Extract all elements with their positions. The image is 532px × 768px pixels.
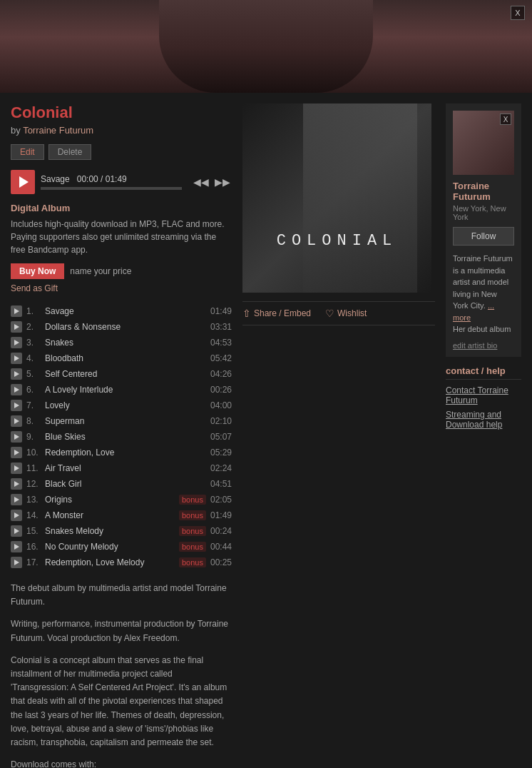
download-help-link[interactable]: Streaming and Download help bbox=[446, 410, 521, 430]
track-item-4: 4. Bloodbath 05:42 bbox=[11, 350, 232, 366]
track-play-5[interactable] bbox=[11, 368, 22, 380]
track-number-9: 9. bbox=[26, 432, 41, 442]
track-item-16: 16. No Country Melody bonus 00:44 bbox=[11, 539, 232, 555]
share-button[interactable]: ⇧ Share / Embed bbox=[242, 308, 311, 319]
contact-artist-link[interactable]: Contact Torraine Futurum bbox=[446, 385, 521, 405]
track-name-1: Savage bbox=[45, 306, 206, 316]
track-duration-1: 01:49 bbox=[210, 306, 232, 316]
track-item-15: 15. Snakes Melody bonus 00:24 bbox=[11, 523, 232, 539]
track-play-14[interactable] bbox=[11, 510, 22, 521]
artist-location: New York, New York bbox=[453, 204, 514, 221]
track-number-8: 8. bbox=[26, 416, 41, 426]
track-duration-3: 04:53 bbox=[210, 338, 232, 348]
track-play-9[interactable] bbox=[11, 431, 22, 443]
track-play-6[interactable] bbox=[11, 384, 22, 395]
heart-icon: ♡ bbox=[325, 308, 334, 319]
ad-close-btn[interactable]: X bbox=[511, 6, 525, 20]
track-duration-16: 00:44 bbox=[210, 542, 232, 552]
artist-link[interactable]: Torraine Futurum bbox=[23, 125, 93, 136]
track-duration-10: 05:29 bbox=[210, 448, 232, 458]
track-number-12: 12. bbox=[26, 479, 41, 489]
track-number-4: 4. bbox=[26, 353, 41, 363]
album-title: Colonial bbox=[11, 103, 232, 122]
track-play-3[interactable] bbox=[11, 337, 22, 348]
track-duration-2: 03:31 bbox=[210, 322, 232, 332]
album-by: by Torraine Futurum bbox=[11, 125, 232, 136]
track-play-13[interactable] bbox=[11, 494, 22, 505]
player-time-total: 01:49 bbox=[106, 174, 127, 184]
track-play-1[interactable] bbox=[11, 305, 22, 317]
track-play-15[interactable] bbox=[11, 525, 22, 537]
track-name-8: Superman bbox=[45, 416, 206, 426]
album-art-inner: COLONIAL bbox=[242, 103, 431, 293]
track-play-16[interactable] bbox=[11, 541, 22, 552]
digital-album-desc: Includes high-quality download in MP3, F… bbox=[11, 218, 232, 256]
contact-heading: contact / help bbox=[446, 365, 521, 380]
track-name-4: Bloodbath bbox=[45, 353, 206, 363]
track-duration-13: 02:05 bbox=[210, 495, 232, 505]
share-wishlist-row: ⇧ Share / Embed ♡ Wishlist bbox=[242, 301, 435, 325]
follow-button[interactable]: Follow bbox=[453, 227, 514, 246]
artist-card: X Torraine Futurum New York, New York Fo… bbox=[446, 103, 521, 357]
track-play-7[interactable] bbox=[11, 400, 22, 411]
progress-bar[interactable] bbox=[41, 187, 182, 190]
track-duration-14: 01:49 bbox=[210, 510, 232, 520]
track-number-10: 10. bbox=[26, 448, 41, 458]
track-play-2[interactable] bbox=[11, 321, 22, 333]
prev-button[interactable]: ◀◀ bbox=[192, 175, 210, 189]
track-play-4[interactable] bbox=[11, 353, 22, 364]
digital-album-label: Digital Album bbox=[11, 203, 232, 213]
by-label: by bbox=[11, 125, 21, 136]
track-bonus-17: bonus bbox=[179, 557, 206, 567]
track-number-13: 13. bbox=[26, 495, 41, 505]
player-track-name: Savage 00:00 / 01:49 bbox=[41, 174, 182, 184]
track-number-7: 7. bbox=[26, 400, 41, 410]
player-time: 00:00 / 01:49 bbox=[77, 174, 127, 184]
next-button[interactable]: ▶▶ bbox=[213, 175, 232, 189]
track-play-12[interactable] bbox=[11, 478, 22, 490]
artist-close-button[interactable]: X bbox=[500, 113, 511, 125]
artist-bio: Torraine Futurum is a multimedia artist … bbox=[453, 253, 514, 335]
middle-column: COLONIAL ⇧ Share / Embed ♡ Wishlist bbox=[242, 103, 435, 768]
album-art: COLONIAL bbox=[242, 103, 431, 293]
track-number-14: 14. bbox=[26, 510, 41, 520]
artist-bio-detail: Her debut album bbox=[453, 325, 511, 333]
track-duration-11: 02:24 bbox=[210, 463, 232, 473]
track-name-16: No Country Melody bbox=[45, 542, 172, 552]
track-name-6: A Lovely Interlude bbox=[45, 385, 206, 395]
track-number-11: 11. bbox=[26, 463, 41, 473]
track-number-16: 16. bbox=[26, 542, 41, 552]
send-gift-link[interactable]: Send as Gift bbox=[11, 283, 232, 293]
player-info: Savage 00:00 / 01:49 bbox=[41, 174, 182, 190]
track-play-11[interactable] bbox=[11, 463, 22, 474]
wishlist-button[interactable]: ♡ Wishlist bbox=[325, 308, 367, 319]
buy-now-button[interactable]: Buy Now bbox=[11, 263, 64, 279]
wishlist-label: Wishlist bbox=[337, 308, 367, 318]
contact-help: contact / help Contact Torraine Futurum … bbox=[446, 365, 521, 430]
left-column: Colonial by Torraine Futurum Edit Delete… bbox=[11, 103, 232, 768]
track-item-1: 1. Savage 01:49 bbox=[11, 303, 232, 319]
track-number-17: 17. bbox=[26, 557, 41, 567]
track-duration-5: 04:26 bbox=[210, 369, 232, 379]
track-play-10[interactable] bbox=[11, 447, 22, 458]
track-duration-8: 02:10 bbox=[210, 416, 232, 426]
banner: X bbox=[0, 0, 532, 93]
track-number-6: 6. bbox=[26, 385, 41, 395]
track-name-15: Snakes Melody bbox=[45, 526, 172, 536]
track-duration-7: 04:00 bbox=[210, 400, 232, 410]
desc-3: Colonial is a concept album that serves … bbox=[11, 654, 232, 749]
edit-artist-bio-link[interactable]: edit artist bio bbox=[453, 341, 514, 350]
track-bonus-16: bonus bbox=[179, 542, 206, 552]
track-duration-12: 04:51 bbox=[210, 479, 232, 489]
track-bonus-13: bonus bbox=[179, 495, 206, 505]
player-controls: ◀◀ ▶▶ bbox=[192, 175, 232, 189]
delete-button[interactable]: Delete bbox=[48, 144, 92, 160]
play-button[interactable] bbox=[11, 170, 35, 194]
track-bonus-14: bonus bbox=[179, 510, 206, 520]
track-play-17[interactable] bbox=[11, 557, 22, 568]
track-duration-15: 00:24 bbox=[210, 526, 232, 536]
track-item-7: 7. Lovely 04:00 bbox=[11, 398, 232, 413]
track-bonus-15: bonus bbox=[179, 526, 206, 536]
track-play-8[interactable] bbox=[11, 415, 22, 427]
edit-button[interactable]: Edit bbox=[11, 144, 44, 160]
